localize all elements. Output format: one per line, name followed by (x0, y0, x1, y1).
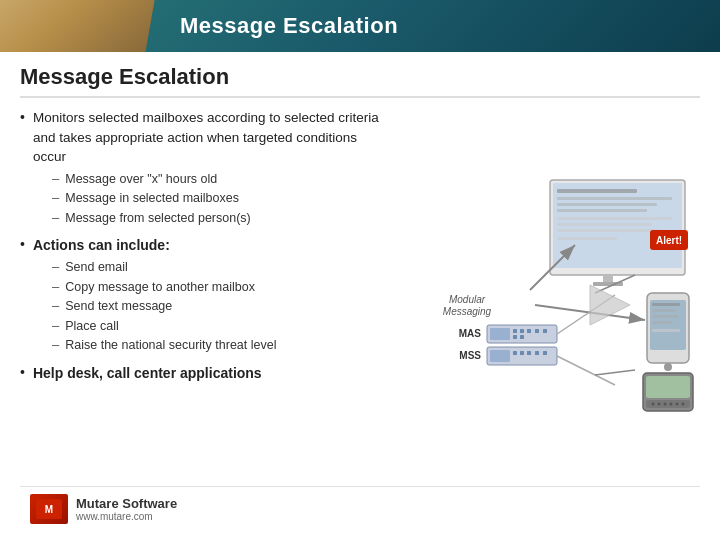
sub-text-2-2: Copy message to another mailbox (65, 279, 255, 297)
svg-rect-7 (557, 223, 652, 226)
svg-rect-36 (520, 329, 524, 333)
svg-rect-3 (557, 197, 672, 200)
svg-rect-19 (652, 321, 672, 324)
svg-rect-40 (513, 335, 517, 339)
svg-rect-41 (520, 335, 524, 339)
bullet-text-3: Help desk, call center applications (33, 363, 262, 383)
svg-rect-5 (557, 209, 647, 212)
bullet-section-3: • Help desk, call center applications (20, 363, 380, 383)
svg-rect-44 (513, 351, 517, 355)
bullet-main-2: • Actions can include: (20, 235, 380, 255)
svg-rect-16 (652, 303, 680, 306)
svg-rect-46 (527, 351, 531, 355)
svg-marker-53 (590, 285, 630, 325)
svg-rect-8 (557, 229, 662, 232)
mutare-logo-svg: M (34, 497, 64, 521)
logo-icon: M (30, 494, 68, 524)
svg-rect-9 (557, 237, 617, 240)
sub-bullets-1: – Message over "x" hours old – Message i… (52, 171, 380, 228)
sub-bullet-2-5: – Raise the national security threat lev… (52, 337, 380, 355)
dash-icon-1-1: – (52, 171, 59, 186)
svg-rect-6 (557, 217, 672, 220)
sub-text-2-1: Send email (65, 259, 128, 277)
svg-rect-18 (652, 315, 678, 318)
svg-point-29 (676, 403, 679, 406)
sub-bullets-2: – Send email – Copy message to another m… (52, 259, 380, 355)
svg-rect-47 (535, 351, 539, 355)
dash-icon-2-4: – (52, 318, 59, 333)
svg-rect-37 (527, 329, 531, 333)
footer: M Mutare Software www.mutare.com (20, 486, 700, 530)
diagram-column: Alert! (390, 108, 700, 482)
text-column: • Monitors selected mailboxes according … (20, 108, 380, 482)
dash-icon-1-3: – (52, 210, 59, 225)
svg-line-50 (557, 356, 615, 385)
svg-rect-43 (490, 350, 510, 362)
mss-label: MSS (459, 350, 481, 361)
svg-rect-35 (513, 329, 517, 333)
page-title: Message Escalation (20, 64, 700, 98)
alert-label: Alert! (656, 235, 682, 246)
company-website: www.mutare.com (76, 511, 177, 522)
svg-rect-10 (603, 275, 613, 283)
sub-bullet-1-3: – Message from selected person(s) (52, 210, 380, 228)
svg-rect-15 (650, 300, 686, 350)
sub-text-1-2: Message in selected mailboxes (65, 190, 239, 208)
sub-text-1-1: Message over "x" hours old (65, 171, 217, 189)
svg-rect-20 (652, 329, 680, 332)
svg-point-21 (664, 363, 672, 371)
main-content: Message Escalation • Monitors selected m… (0, 52, 720, 540)
bullet-section-1: • Monitors selected mailboxes according … (20, 108, 380, 227)
sub-text-2-4: Place call (65, 318, 119, 336)
bullet-dot-1: • (20, 109, 25, 125)
svg-text:Messaging: Messaging (443, 306, 492, 317)
sub-bullet-2-1: – Send email (52, 259, 380, 277)
content-area: • Monitors selected mailboxes according … (20, 108, 700, 482)
svg-rect-45 (520, 351, 524, 355)
bullet-dot-3: • (20, 364, 25, 380)
bullet-section-2: • Actions can include: – Send email – Co… (20, 235, 380, 355)
svg-rect-48 (543, 351, 547, 355)
bullet-main-3: • Help desk, call center applications (20, 363, 380, 383)
svg-text:M: M (45, 504, 53, 515)
header-title: Message Escalation (180, 13, 398, 39)
sub-bullet-2-3: – Send text message (52, 298, 380, 316)
svg-point-30 (682, 403, 685, 406)
mas-label: MAS (459, 328, 482, 339)
bullet-dot-2: • (20, 236, 25, 252)
dash-icon-2-2: – (52, 279, 59, 294)
bullet-text-2: Actions can include: (33, 235, 170, 255)
logo-wrapper: M Mutare Software www.mutare.com (30, 494, 177, 524)
dash-icon-1-2: – (52, 190, 59, 205)
diagram-svg: Alert! (395, 175, 695, 415)
sub-bullet-2-4: – Place call (52, 318, 380, 336)
header-bar: Message Escalation (0, 0, 720, 52)
svg-point-27 (664, 403, 667, 406)
dash-icon-2-3: – (52, 298, 59, 313)
logo-text-block: Mutare Software www.mutare.com (76, 496, 177, 522)
svg-rect-23 (646, 376, 690, 398)
svg-rect-38 (535, 329, 539, 333)
modular-messaging-label: Modular (449, 294, 486, 305)
svg-rect-17 (652, 309, 676, 312)
svg-rect-34 (490, 328, 510, 340)
sub-text-2-3: Send text message (65, 298, 172, 316)
svg-line-52 (595, 370, 635, 375)
sub-bullet-1-2: – Message in selected mailboxes (52, 190, 380, 208)
sub-text-2-5: Raise the national security threat level (65, 337, 276, 355)
company-name: Mutare Software (76, 496, 177, 511)
dash-icon-2-5: – (52, 337, 59, 352)
sub-bullet-2-2: – Copy message to another mailbox (52, 279, 380, 297)
svg-point-28 (670, 403, 673, 406)
bullet-text-1: Monitors selected mailboxes according to… (33, 108, 380, 167)
sub-text-1-3: Message from selected person(s) (65, 210, 251, 228)
svg-point-25 (652, 403, 655, 406)
svg-rect-2 (557, 189, 637, 193)
sub-bullet-1-1: – Message over "x" hours old (52, 171, 380, 189)
svg-rect-39 (543, 329, 547, 333)
svg-rect-4 (557, 203, 657, 206)
dash-icon-2-1: – (52, 259, 59, 274)
svg-point-26 (658, 403, 661, 406)
bullet-main-1: • Monitors selected mailboxes according … (20, 108, 380, 167)
